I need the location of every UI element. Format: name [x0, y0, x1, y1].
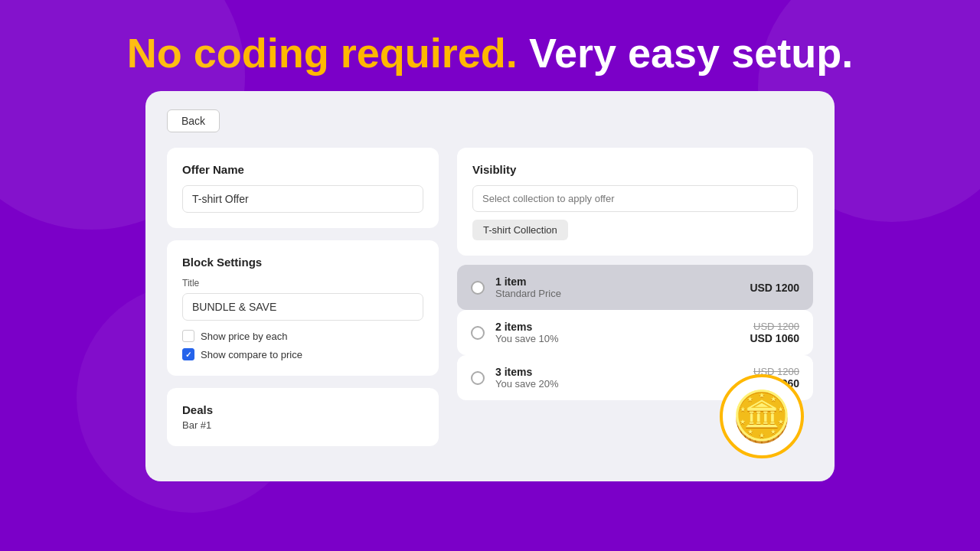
left-panel: Offer Name Block Settings Title Show pri…	[167, 148, 439, 446]
collection-tag[interactable]: T-shirt Collection	[472, 220, 568, 240]
show-price-label: Show price by each	[201, 331, 287, 342]
offer-name-card: Offer Name	[167, 148, 439, 228]
back-button[interactable]: Back	[167, 109, 220, 132]
bundle-sub-opt1: Standard Price	[495, 288, 739, 299]
block-settings-card: Block Settings Title Show price by each …	[167, 240, 439, 376]
bundle-current-price-opt1: USD 1200	[750, 282, 799, 294]
bundle-sub-opt3: You save 20%	[495, 378, 743, 390]
bundle-sub-opt2: You save 10%	[495, 333, 739, 344]
block-settings-title: Block Settings	[182, 256, 423, 269]
content-row: Offer Name Block Settings Title Show pri…	[167, 148, 813, 446]
bar-label: Bar #1	[182, 419, 423, 431]
show-compare-checkbox[interactable]	[182, 348, 194, 360]
title-label: Title	[182, 278, 423, 289]
bundle-title-input[interactable]	[182, 293, 423, 321]
radio-opt2[interactable]	[471, 326, 485, 340]
show-price-checkbox[interactable]	[182, 330, 194, 342]
bundle-label-opt2: 2 items	[495, 321, 739, 333]
offer-name-title: Offer Name	[182, 163, 423, 176]
coin-icon-wrap: 🪙	[720, 374, 804, 458]
deals-card: Deals Bar #1	[167, 388, 439, 446]
bundle-option-opt1[interactable]: 1 item Standard Price USD 1200	[457, 265, 813, 310]
show-compare-row: Show compare to price	[182, 348, 423, 360]
show-compare-label: Show compare to price	[201, 349, 302, 360]
bundle-label-opt3: 3 items	[495, 366, 743, 378]
bundle-info-opt3: 3 items You save 20%	[495, 366, 743, 390]
coin-icon: 🪙	[731, 392, 792, 441]
deals-title: Deals	[182, 403, 423, 416]
show-price-row: Show price by each	[182, 330, 423, 342]
bundle-original-price-opt2: USD 1200	[750, 321, 799, 332]
bundle-info-opt1: 1 item Standard Price	[495, 276, 739, 299]
bundle-price-opt1: USD 1200	[750, 282, 799, 294]
collection-search-input[interactable]	[472, 185, 798, 212]
main-card: Back Offer Name Block Settings Title Sho…	[145, 91, 835, 481]
bundle-price-opt2: USD 1200 USD 1060	[750, 321, 799, 344]
visibility-title: Visiblity	[472, 163, 798, 176]
bundle-info-opt2: 2 items You save 10%	[495, 321, 739, 344]
offer-name-input[interactable]	[182, 185, 423, 213]
radio-opt3[interactable]	[471, 371, 485, 385]
visibility-card: Visiblity T-shirt Collection	[457, 148, 813, 256]
bundle-option-opt2[interactable]: 2 items You save 10% USD 1200 USD 1060	[457, 310, 813, 355]
bundle-label-opt1: 1 item	[495, 276, 739, 288]
radio-opt1[interactable]	[471, 281, 485, 295]
bundle-current-price-opt2: USD 1060	[750, 332, 799, 344]
